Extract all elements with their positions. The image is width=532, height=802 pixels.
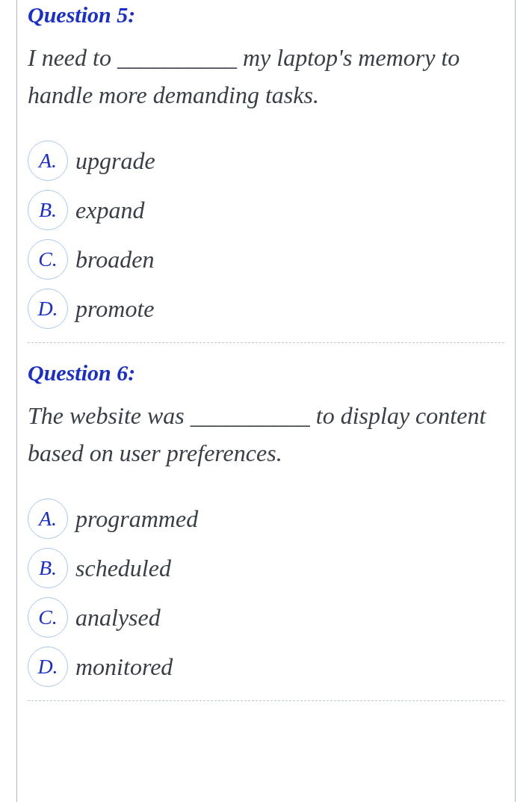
options-list: A. upgrade B. expand C. broaden D. promo… <box>28 141 504 329</box>
option-text: scheduled <box>75 555 171 582</box>
question-text: I need to __________ my laptop's memory … <box>28 40 504 114</box>
option-letter: B. <box>28 190 68 230</box>
question-block: Question 5: I need to __________ my lapt… <box>28 0 504 343</box>
option-letter: A. <box>28 141 68 181</box>
option-letter: D. <box>28 647 68 687</box>
option-b[interactable]: B. scheduled <box>28 548 504 588</box>
option-c[interactable]: C. broaden <box>28 239 504 280</box>
option-text: broaden <box>75 246 154 274</box>
quiz-container: Question 5: I need to __________ my lapt… <box>16 0 516 802</box>
options-list: A. programmed B. scheduled C. analysed D… <box>28 499 504 687</box>
option-letter: C. <box>28 597 68 638</box>
question-title: Question 6: <box>28 358 504 387</box>
option-c[interactable]: C. analysed <box>28 597 504 638</box>
option-text: expand <box>75 197 144 224</box>
option-text: monitored <box>75 653 173 681</box>
question-block: Question 6: The website was __________ t… <box>28 343 504 701</box>
option-text: upgrade <box>75 147 155 175</box>
option-text: analysed <box>75 604 161 632</box>
question-title: Question 5: <box>28 0 504 29</box>
option-a[interactable]: A. programmed <box>28 499 504 539</box>
option-letter: D. <box>28 289 68 329</box>
option-text: promote <box>75 295 154 323</box>
option-d[interactable]: D. promote <box>28 289 504 329</box>
option-letter: B. <box>28 548 68 588</box>
option-b[interactable]: B. expand <box>28 190 504 230</box>
option-d[interactable]: D. monitored <box>28 647 504 687</box>
option-letter: C. <box>28 239 68 280</box>
option-a[interactable]: A. upgrade <box>28 141 504 181</box>
option-text: programmed <box>75 505 198 533</box>
option-letter: A. <box>28 499 68 539</box>
question-text: The website was __________ to display co… <box>28 398 504 472</box>
